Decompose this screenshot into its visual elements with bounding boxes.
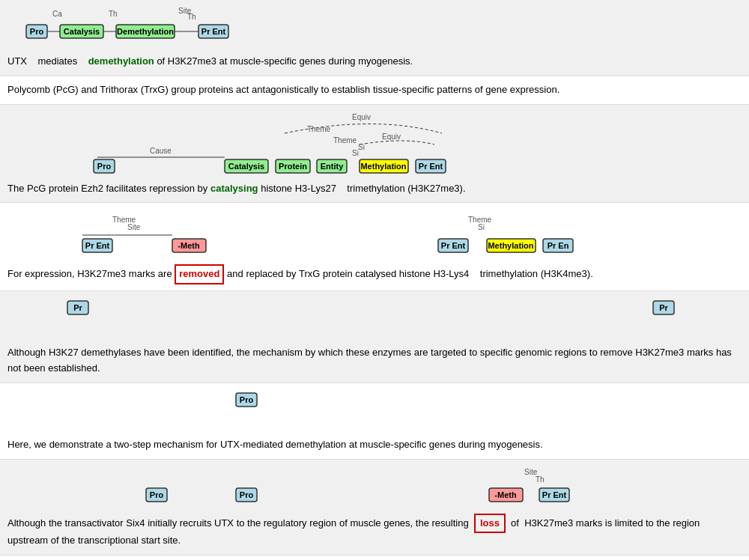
diagram-3: Equiv Theme Equiv Theme Si Cause Pro Cat… <box>7 111 742 178</box>
svg-text:Th: Th <box>536 475 545 484</box>
svg-1: Pro Ca Catalysis Th Demethylation Site T… <box>7 6 247 51</box>
demethylation-highlight: demethylation <box>88 55 154 67</box>
diagram-4: Theme Site Pr Ent -Meth Theme Si Pr Ent … <box>7 209 742 261</box>
section-8: Site Theme -Meth Pr Ent Removal of the r… <box>0 556 749 560</box>
diagram-6: Pro <box>7 389 742 434</box>
svg-text:Demethylation: Demethylation <box>117 27 174 36</box>
catalysing-highlight: catalysing <box>210 183 258 194</box>
section-7: Pro Pro -Meth Site Th Pr Ent Although th… <box>0 460 749 556</box>
text-5: Although H3K27 demethylases have been id… <box>7 345 742 377</box>
text-4: For expression, H3K27me3 marks are remov… <box>7 264 742 284</box>
svg-text:-Meth: -Meth <box>178 241 200 250</box>
text-6: Here, we demonstrate a two-step mechanis… <box>7 437 742 453</box>
removed-highlight: removed <box>175 264 224 284</box>
diagram-5: Pr Pr <box>7 297 742 342</box>
svg-4: Theme Site Pr Ent -Meth Theme Si Pr Ent … <box>7 209 607 261</box>
svg-text:Ca: Ca <box>52 10 62 18</box>
diagram-7: Pro Pro -Meth Site Th Pr Ent <box>7 466 742 511</box>
svg-3: Equiv Theme Equiv Theme Si Cause Pro Cat… <box>7 111 472 178</box>
section-1: Pro Ca Catalysis Th Demethylation Site T… <box>0 0 749 76</box>
svg-text:Methylation: Methylation <box>488 241 533 250</box>
section-6: Pro Here, we demonstrate a two-step mech… <box>0 383 749 460</box>
text-2: Polycomb (PcG) and Trithorax (TrxG) grou… <box>7 82 742 98</box>
svg-5: Pr Pr <box>7 297 719 320</box>
svg-text:Pro: Pro <box>240 395 254 404</box>
svg-text:Si: Si <box>478 223 485 231</box>
svg-text:Pro: Pro <box>30 27 44 36</box>
svg-text:Pr En: Pr En <box>548 241 569 250</box>
svg-text:Methylation: Methylation <box>360 162 406 171</box>
svg-text:Pr: Pr <box>73 303 82 312</box>
svg-text:-Meth: -Meth <box>494 490 517 499</box>
svg-text:Site: Site <box>127 223 141 231</box>
diagram-1: Pro Ca Catalysis Th Demethylation Site T… <box>7 6 742 51</box>
svg-text:Pro: Pro <box>150 490 164 499</box>
section-2: Polycomb (PcG) and Trithorax (TrxG) grou… <box>0 76 749 105</box>
svg-text:Pr Ent: Pr Ent <box>201 27 226 36</box>
svg-text:Si: Si <box>358 143 365 151</box>
svg-text:Equiv: Equiv <box>352 113 371 121</box>
text-3: The PcG protein Ezh2 facilitates repress… <box>7 181 742 197</box>
svg-text:Entity: Entity <box>321 162 344 171</box>
svg-text:Equiv: Equiv <box>382 133 401 141</box>
svg-text:Pr Ent: Pr Ent <box>419 162 443 171</box>
svg-text:Theme: Theme <box>307 125 331 133</box>
svg-text:Pro: Pro <box>97 162 112 171</box>
svg-text:Pr: Pr <box>659 303 668 312</box>
svg-text:Pr Ent: Pr Ent <box>85 241 110 250</box>
section-3: Equiv Theme Equiv Theme Si Cause Pro Cat… <box>0 105 749 204</box>
svg-text:Pr Ent: Pr Ent <box>441 241 466 250</box>
svg-7: Pro Pro -Meth Site Th Pr Ent <box>7 466 607 507</box>
text-1: UTX mediates demethylation of H3K27me3 a… <box>7 54 742 70</box>
svg-text:Th: Th <box>109 10 118 18</box>
svg-text:Protein: Protein <box>279 162 307 171</box>
loss-highlight: loss <box>474 514 506 534</box>
svg-text:Theme: Theme <box>333 136 357 144</box>
svg-text:Cause: Cause <box>150 147 172 155</box>
svg-6: Pro <box>7 389 307 412</box>
svg-text:Catalysis: Catalysis <box>64 27 100 36</box>
svg-text:Pro: Pro <box>240 490 254 499</box>
text-7: Although the transactivator Six4 initial… <box>7 514 742 550</box>
section-4: Theme Site Pr Ent -Meth Theme Si Pr Ent … <box>0 203 749 291</box>
svg-text:Si: Si <box>352 149 359 157</box>
svg-text:Catalysis: Catalysis <box>228 162 264 171</box>
svg-text:Pr Ent: Pr Ent <box>542 490 567 499</box>
section-5: Pr Pr Although H3K27 demethylases have b… <box>0 291 749 383</box>
svg-text:Th: Th <box>187 13 196 21</box>
